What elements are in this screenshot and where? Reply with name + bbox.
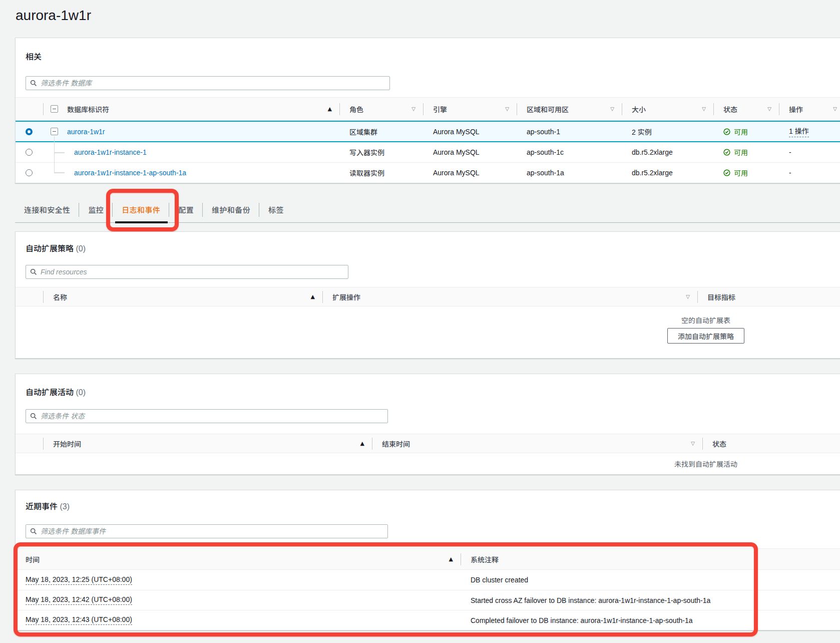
tab-logs-events[interactable]: 日志和事件 (113, 197, 169, 222)
sort-desc-icon[interactable]: ▽ (702, 106, 706, 112)
radio-selected[interactable] (26, 128, 33, 135)
sort-asc-icon[interactable]: ▲ (449, 556, 453, 562)
scaling-policies-empty: 空的自动扩展表 添加自动扩展策略 (16, 306, 840, 358)
sort-asc-icon[interactable]: ▲ (360, 440, 364, 447)
recent-events-filter (26, 524, 388, 538)
col-region-az[interactable]: 区域和可用区 (527, 104, 569, 114)
db-cluster-link[interactable]: aurora-1w1r (67, 128, 105, 136)
event-row: May 18, 2023, 12:25 (UTC+08:00) DB clust… (16, 570, 840, 590)
sort-desc-icon[interactable]: ▽ (767, 106, 771, 112)
scaling-policies-filter (26, 265, 348, 279)
tab-configuration[interactable]: 配置 (169, 197, 203, 222)
sort-desc-icon[interactable]: ▽ (686, 294, 690, 299)
collapse-all-icon[interactable] (51, 105, 58, 113)
scaling-activities-empty-text: 未找到自动扩展活动 (674, 459, 737, 469)
scaling-activities-header: 开始时间▲ 结束时间▽ 状态 (16, 434, 840, 453)
related-filter (26, 76, 390, 90)
search-icon (30, 268, 37, 275)
scaling-policies-count: (0) (76, 244, 86, 253)
scaling-policies-filter-input[interactable] (41, 266, 344, 278)
related-panel-head: 相关 (16, 38, 840, 97)
actions-link[interactable]: 1 操作 (789, 126, 809, 137)
related-table: 数据库标识符 ▲ 角色▽ 引擎▽ 区域和可用区▽ 大小▽ 状态▽ 操作▽ aur… (16, 97, 840, 183)
db-row-cluster[interactable]: aurora-1w1r 区域集群 Aurora MySQL ap-south-1… (16, 121, 840, 142)
collapse-row-icon[interactable] (51, 128, 58, 135)
search-icon (30, 413, 37, 420)
status-cell: 可用 (723, 127, 748, 137)
scaling-activities-title: 自动扩展活动 (0) (26, 387, 840, 398)
col-engine[interactable]: 引擎 (433, 104, 447, 114)
related-filter-input[interactable] (41, 77, 385, 89)
db-instance-link[interactable]: aurora-1w1r-instance-1-ap-south-1a (74, 169, 186, 177)
col-status[interactable]: 状态 (712, 439, 726, 449)
event-time[interactable]: May 18, 2023, 12:43 (UTC+08:00) (26, 615, 132, 625)
col-name[interactable]: 名称 (53, 292, 67, 302)
size-cell: db.r5.2xlarge (622, 148, 713, 156)
size-cell: db.r5.2xlarge (622, 169, 713, 177)
scaling-activities-filter (26, 409, 388, 423)
search-icon (30, 80, 37, 87)
recent-events-title: 近期事件 (3) (26, 501, 840, 512)
actions-cell: - (779, 169, 840, 177)
status-available-icon (723, 128, 730, 135)
col-actions[interactable]: 操作 (789, 104, 803, 114)
scaling-activities-empty: 未找到自动扩展活动 (16, 453, 840, 474)
event-note: Completed failover to DB instance: auror… (461, 616, 840, 624)
engine-cell: Aurora MySQL (423, 128, 517, 136)
event-row: May 18, 2023, 12:43 (UTC+08:00) Complete… (16, 610, 840, 630)
engine-cell: Aurora MySQL (423, 169, 517, 177)
db-row-writer[interactable]: aurora-1w1r-instance-1 写入器实例 Aurora MySQ… (16, 142, 840, 162)
detail-tabs: 连接和安全性 监控 日志和事件 配置 维护和备份 标签 (15, 197, 840, 223)
sort-desc-icon[interactable]: ▽ (505, 106, 509, 112)
radio-unselected[interactable] (26, 149, 33, 156)
tree-connector-vertical (54, 136, 55, 173)
sort-desc-icon[interactable]: ▽ (691, 441, 695, 446)
event-row: May 18, 2023, 12:42 (UTC+08:00) Started … (16, 590, 840, 610)
status-available-icon (723, 149, 730, 156)
recent-events-filter-input[interactable] (41, 525, 383, 537)
scaling-activities-filter-input[interactable] (41, 410, 383, 422)
sort-asc-icon[interactable]: ▲ (311, 293, 315, 300)
event-note: Started cross AZ failover to DB instance… (461, 596, 840, 604)
tab-monitoring[interactable]: 监控 (79, 197, 113, 222)
status-cell: 可用 (723, 168, 748, 178)
region-cell: ap-south-1 (517, 128, 622, 136)
event-time[interactable]: May 18, 2023, 12:42 (UTC+08:00) (26, 595, 132, 605)
sort-asc-icon[interactable]: ▲ (328, 106, 332, 112)
region-cell: ap-south-1a (517, 169, 622, 177)
col-size[interactable]: 大小 (632, 104, 646, 114)
tab-maintenance-backups[interactable]: 维护和备份 (203, 197, 259, 222)
status-cell: 可用 (723, 147, 748, 157)
scaling-policies-panel: 自动扩展策略 (0) 名称▲ 扩展操作▽ 目标指标 空的自动扩展表 添加自动扩展… (15, 231, 840, 359)
col-target-metric[interactable]: 目标指标 (707, 292, 735, 302)
tab-connectivity-security[interactable]: 连接和安全性 (15, 197, 79, 222)
region-cell: ap-south-1c (517, 148, 622, 156)
sort-desc-icon[interactable]: ▽ (833, 106, 837, 112)
col-status[interactable]: 状态 (723, 104, 737, 114)
event-note: DB cluster created (461, 576, 840, 584)
radio-unselected[interactable] (26, 169, 33, 176)
sort-desc-icon[interactable]: ▽ (411, 106, 415, 112)
size-cell: 2 实例 (622, 127, 713, 137)
db-row-reader[interactable]: aurora-1w1r-instance-1-ap-south-1a 读取器实例… (16, 162, 840, 183)
role-cell: 读取器实例 (339, 168, 423, 178)
add-scaling-policy-button[interactable]: 添加自动扩展策略 (667, 328, 744, 344)
sort-desc-icon[interactable]: ▽ (610, 106, 614, 112)
scaling-policies-empty-text: 空的自动扩展表 (681, 315, 730, 325)
recent-events-header: 时间▲ 系统注释 (16, 548, 840, 570)
tab-tags[interactable]: 标签 (259, 197, 293, 222)
scaling-policies-header: 名称▲ 扩展操作▽ 目标指标 (16, 287, 840, 306)
col-system-note[interactable]: 系统注释 (471, 554, 499, 564)
role-cell: 区域集群 (339, 127, 423, 137)
col-start-time[interactable]: 开始时间 (53, 439, 81, 449)
db-instance-link[interactable]: aurora-1w1r-instance-1 (74, 148, 147, 156)
scaling-policies-title: 自动扩展策略 (0) (26, 243, 840, 254)
engine-cell: Aurora MySQL (423, 148, 517, 156)
col-time[interactable]: 时间 (26, 554, 40, 564)
event-time[interactable]: May 18, 2023, 12:25 (UTC+08:00) (26, 575, 132, 585)
col-role[interactable]: 角色 (349, 104, 363, 114)
col-identifier[interactable]: 数据库标识符 (67, 104, 109, 114)
page-title: aurora-1w1r (0, 0, 840, 24)
col-end-time[interactable]: 结束时间 (382, 439, 410, 449)
col-scaling-action[interactable]: 扩展操作 (332, 292, 360, 302)
